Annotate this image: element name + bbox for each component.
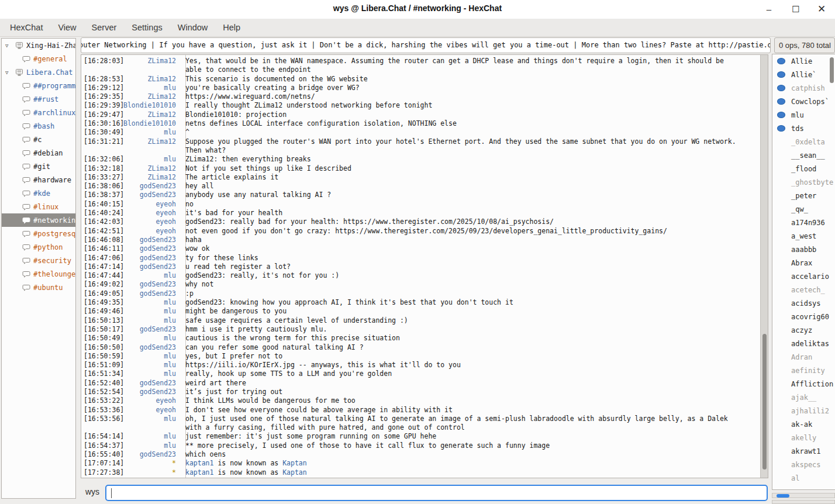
message-nick[interactable]: godSend23 bbox=[122, 254, 181, 263]
message-nick[interactable]: mlu bbox=[122, 298, 181, 307]
message-nick[interactable]: eyeoh bbox=[122, 209, 181, 218]
message-nick[interactable]: mlu bbox=[122, 361, 181, 370]
message-nick[interactable]: godSend23 bbox=[122, 244, 181, 253]
user-item-ak-ak[interactable]: ak-ak bbox=[772, 417, 835, 431]
user-item-peter[interactable]: _peter bbox=[772, 189, 835, 202]
user-item-tds[interactable]: tds bbox=[772, 122, 835, 135]
tree-item-kde[interactable]: #kde bbox=[2, 187, 75, 200]
message-nick[interactable]: mlu bbox=[122, 271, 181, 280]
message-nick[interactable]: godSend23 bbox=[122, 236, 181, 244]
tree-item-bash[interactable]: #bash bbox=[2, 119, 75, 133]
tree-item-rust[interactable]: ##rust bbox=[2, 92, 75, 106]
user-item-a174n936[interactable]: a174n936 bbox=[772, 216, 835, 229]
userlist-scrollbar-thumb[interactable] bbox=[830, 57, 834, 83]
user-item-mlu[interactable]: mlu bbox=[772, 108, 835, 122]
message-nick[interactable]: godSend23 bbox=[122, 182, 181, 191]
minimize-button[interactable]: – bbox=[761, 2, 777, 16]
tree-item-hardware[interactable]: #hardware bbox=[2, 173, 75, 187]
menu-settings[interactable]: Settings bbox=[124, 19, 170, 37]
message-nick[interactable]: ZLima12 bbox=[122, 75, 181, 84]
tree-item-archlinux[interactable]: #archlinux bbox=[2, 106, 75, 119]
user-item-cowclops[interactable]: Cowclops` bbox=[772, 95, 835, 108]
message-nick[interactable]: eyeoh bbox=[122, 396, 181, 405]
user-item-adran[interactable]: Adran bbox=[772, 350, 835, 364]
user-item-acidsys[interactable]: acidsys bbox=[772, 296, 835, 310]
user-item-allie[interactable]: Allie` bbox=[772, 68, 835, 81]
message-nick[interactable]: ZLima12 bbox=[122, 173, 181, 182]
message-nick[interactable]: mlu bbox=[122, 128, 181, 137]
nick-link[interactable]: kaptan1 bbox=[185, 459, 213, 467]
nick-link[interactable]: Kaptan bbox=[282, 468, 307, 477]
user-item-al[interactable]: al bbox=[772, 471, 835, 485]
message-nick[interactable]: mlu bbox=[122, 370, 181, 378]
message-nick[interactable]: godSend23 bbox=[122, 191, 181, 199]
nick-link[interactable]: kaptan1 bbox=[185, 468, 213, 477]
user-item-ajak[interactable]: ajak__ bbox=[772, 391, 835, 404]
topic-bar[interactable]: outer Networking | If you have a questio… bbox=[81, 37, 771, 53]
message-nick[interactable]: mlu bbox=[122, 432, 181, 441]
message-nick[interactable]: mlu bbox=[122, 334, 181, 343]
tree-item-xing-hai-zhan[interactable]: ▽Xing-Hai-Zhan bbox=[2, 39, 75, 52]
message-nick[interactable]: ZLima12 bbox=[122, 137, 181, 156]
menu-view[interactable]: View bbox=[50, 19, 84, 37]
message-nick[interactable]: godSend23 bbox=[122, 379, 181, 388]
expander-icon[interactable]: ▽ bbox=[5, 70, 13, 75]
message-nick[interactable]: godSend23 bbox=[122, 289, 181, 298]
message-nick[interactable]: Blondie101010 bbox=[122, 119, 181, 128]
menu-server[interactable]: Server bbox=[84, 19, 125, 37]
tree-item-c[interactable]: #c bbox=[2, 133, 75, 146]
tree-item-postgresql[interactable]: #postgresql bbox=[2, 227, 75, 240]
userlist-hscrollbar-track2[interactable] bbox=[772, 500, 835, 504]
message-nick[interactable]: mlu bbox=[122, 415, 181, 433]
close-button[interactable]: ✕ bbox=[814, 2, 829, 16]
user-item-affliction[interactable]: Affliction bbox=[772, 377, 835, 391]
tree-item-thelounge[interactable]: #thelounge bbox=[2, 267, 75, 281]
tree-item-security[interactable]: #security bbox=[2, 254, 75, 267]
message-nick[interactable]: eyeoh bbox=[122, 218, 181, 226]
tree-item-git[interactable]: #git bbox=[2, 160, 75, 173]
tree-item-general[interactable]: #general bbox=[2, 52, 75, 65]
user-item-abrax[interactable]: Abrax bbox=[772, 256, 835, 270]
userlist-hscrollbar[interactable] bbox=[772, 493, 835, 498]
message-nick[interactable]: eyeoh bbox=[122, 200, 181, 209]
user-item-a-west[interactable]: a_west bbox=[772, 229, 835, 243]
message-nick[interactable]: godSend23 bbox=[122, 388, 181, 396]
message-nick[interactable]: godSend23 bbox=[122, 450, 181, 459]
user-item-aczyz[interactable]: aczyz bbox=[772, 323, 835, 337]
user-item-acetech[interactable]: acetech_ bbox=[772, 283, 835, 296]
user-item-allie[interactable]: Allie bbox=[772, 54, 835, 68]
tree-item-programming[interactable]: ##programming bbox=[2, 79, 75, 92]
message-nick[interactable]: eyeoh bbox=[122, 227, 181, 236]
tree-item-libera-chat[interactable]: ▽Libera.Chat bbox=[2, 65, 75, 79]
user-item-catphish[interactable]: catphish bbox=[772, 81, 835, 95]
message-nick[interactable]: mlu bbox=[122, 155, 181, 164]
user-item-ajhalili2[interactable]: ajhalili2 bbox=[772, 404, 835, 417]
user-item-ghostbyte[interactable]: _ghostbyte bbox=[772, 175, 835, 189]
message-nick[interactable]: mlu bbox=[122, 441, 181, 450]
tree-item-debian[interactable]: #debian bbox=[2, 146, 75, 160]
message-nick[interactable]: ZLima12 bbox=[122, 111, 181, 119]
menu-help[interactable]: Help bbox=[215, 19, 248, 37]
user-item-aefinity[interactable]: aefinity bbox=[772, 364, 835, 377]
tree-item-ubuntu[interactable]: #ubuntu bbox=[2, 281, 75, 294]
message-input[interactable] bbox=[105, 485, 768, 501]
user-item-adeliktas[interactable]: adeliktas bbox=[772, 337, 835, 350]
message-nick[interactable]: mlu bbox=[122, 307, 181, 316]
user-item-sean[interactable]: __sean__ bbox=[772, 149, 835, 162]
user-item-flood[interactable]: _flood bbox=[772, 162, 835, 175]
message-nick[interactable]: godSend23 bbox=[122, 325, 181, 334]
chat-scrollbar[interactable] bbox=[760, 55, 768, 478]
user-item-akrawt1[interactable]: akrawt1 bbox=[772, 444, 835, 458]
tree-item-networking[interactable]: #networking bbox=[2, 213, 75, 227]
message-nick[interactable]: mlu bbox=[122, 352, 181, 361]
message-nick[interactable]: godSend23 bbox=[122, 263, 181, 271]
user-item-accelario[interactable]: accelario bbox=[772, 270, 835, 283]
tree-item-python[interactable]: #python bbox=[2, 240, 75, 254]
user-item-akelly[interactable]: akelly bbox=[772, 431, 835, 444]
expander-icon[interactable]: ▽ bbox=[5, 43, 13, 49]
message-nick[interactable]: eyeoh bbox=[122, 406, 181, 415]
message-nick[interactable]: godSend23 bbox=[122, 280, 181, 289]
user-item-acovrig60[interactable]: acovrig60 bbox=[772, 310, 835, 323]
message-nick[interactable]: mlu bbox=[122, 84, 181, 92]
user-item-akspecs[interactable]: akspecs bbox=[772, 458, 835, 471]
